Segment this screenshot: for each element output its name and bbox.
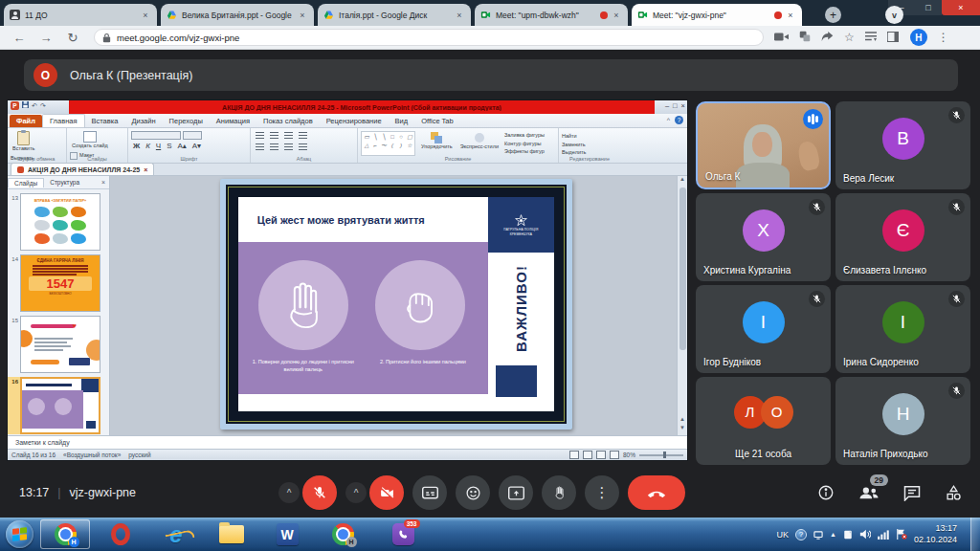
underline-icon[interactable]: Ч <box>156 142 161 150</box>
browser-menu-icon[interactable]: ⋮ <box>938 31 949 44</box>
shrink-font-icon[interactable]: А▾ <box>192 142 201 150</box>
ppt-tab-view[interactable]: Вид <box>389 115 415 127</box>
taskbar-chrome-secondary[interactable]: H <box>318 519 368 549</box>
participant-tile-vera[interactable]: В Вера Лесик <box>835 101 970 189</box>
bookmark-star-icon[interactable]: ☆ <box>844 31 855 44</box>
zoom-slider[interactable] <box>639 454 683 456</box>
slide-thumbnail-15[interactable]: 15 ♥ <box>8 316 109 373</box>
align-center-icon[interactable] <box>270 143 278 151</box>
participant-tile-khrystyna[interactable]: Х Христина Кургаліна <box>696 193 831 281</box>
ppt-tab-file[interactable]: Файл <box>10 115 42 127</box>
show-desktop-button[interactable] <box>970 518 980 551</box>
chat-button[interactable] <box>903 485 921 501</box>
ppt-maximize-button[interactable]: □ <box>673 101 678 110</box>
captions-button[interactable] <box>412 475 447 510</box>
panel-close-icon[interactable]: × <box>101 179 105 186</box>
forward-button[interactable]: → <box>38 31 54 45</box>
ppt-tab-home[interactable]: Главная <box>42 114 85 127</box>
tray-clipboard-icon[interactable] <box>843 526 853 543</box>
tray-device-icon[interactable] <box>813 526 823 543</box>
view-reading-icon[interactable] <box>596 451 606 459</box>
camera-options-chevron[interactable]: ^ <box>345 482 367 503</box>
network-signal-icon[interactable] <box>878 526 889 543</box>
line-spacing-icon[interactable] <box>299 132 307 140</box>
view-sorter-icon[interactable] <box>583 451 592 459</box>
more-options-button[interactable]: ⋮ <box>585 475 619 510</box>
raise-hand-button[interactable] <box>542 475 576 510</box>
taskbar-clock[interactable]: 13:17 02.10.2024 <box>914 523 957 545</box>
notes-pane[interactable]: Заметки к слайду <box>8 435 687 449</box>
tab-close-icon[interactable]: × <box>454 10 465 21</box>
indent-icon[interactable] <box>284 132 293 140</box>
mic-options-chevron[interactable]: ^ <box>278 482 300 503</box>
tab-close-icon[interactable]: × <box>297 10 308 21</box>
view-slideshow-icon[interactable] <box>610 451 619 459</box>
tab-presentation-britain[interactable]: Велика Британія.ppt - Google × <box>161 4 314 26</box>
shared-powerpoint-window[interactable]: P ↶ ↷ АКЦІЯ ДО ДНЯ НЕНАСИЛЛЯ 24-25 - Mic… <box>8 100 687 460</box>
ribbon-collapse-icon[interactable]: ^ <box>667 117 670 123</box>
ppt-tab-animations[interactable]: Анимация <box>210 115 256 127</box>
participant-tile-iryna[interactable]: І Ірина Сидоренко <box>835 285 970 373</box>
ppt-close-button[interactable]: × <box>681 101 685 110</box>
ppt-tab-slideshow[interactable]: Показ слайдов <box>256 115 320 127</box>
taskbar-file-explorer[interactable] <box>207 519 256 549</box>
grow-font-icon[interactable]: А▴ <box>177 142 186 150</box>
participant-tile-natalia[interactable]: Н Наталія Приходько <box>835 377 970 465</box>
document-tab[interactable]: АКЦІЯ ДО ДНЯ НЕНАСИЛЛЯ 24-25 × <box>11 163 154 175</box>
participants-button[interactable]: 29 <box>858 485 880 500</box>
taskbar-chrome-active[interactable]: H <box>40 519 90 549</box>
action-center-flag-icon[interactable] <box>896 526 907 543</box>
current-slide[interactable]: Цей жест може врятувати життя ПАТРУЛЬНА … <box>220 179 572 430</box>
slide-thumbnail-16-selected[interactable]: 16 <box>8 377 109 434</box>
replace-button[interactable]: Заменить <box>562 142 586 147</box>
font-size-box[interactable] <box>183 131 202 140</box>
slide-thumbnail-13[interactable]: 13 ВПРАВА «ЗІМ'ЯТИЙ ПАПІР» <box>8 193 109 251</box>
tray-expand-icon[interactable]: ▲ <box>830 531 836 538</box>
camera-allowed-icon[interactable] <box>774 29 789 46</box>
help-icon[interactable]: ? <box>675 116 683 124</box>
shadow-icon[interactable]: S <box>167 142 171 150</box>
participant-tile-olga[interactable]: Ольга К <box>696 101 831 189</box>
tab-meet-other[interactable]: Meet: "upm-dbwk-wzh" × <box>475 4 628 26</box>
tab-meet-current[interactable]: Meet: "vjz-gwxi-pne" × <box>632 4 802 26</box>
participant-tile-overflow[interactable]: Л О Ще 21 особа <box>696 377 831 465</box>
ppt-tab-officetab[interactable]: Office Tab <box>414 115 460 127</box>
paste-button[interactable]: Вставить <box>12 131 34 151</box>
maximize-button[interactable]: □ <box>915 0 942 15</box>
ppt-tab-review[interactable]: Рецензирование <box>320 115 389 127</box>
tab-close-icon[interactable]: × <box>611 10 622 21</box>
shape-effects-button[interactable]: Эффекты фигур <box>504 148 545 154</box>
taskbar-internet-explorer[interactable]: e <box>151 519 201 549</box>
taskbar-viber[interactable]: 353 <box>378 519 428 549</box>
back-button[interactable]: ← <box>11 31 27 45</box>
address-bar[interactable]: meet.google.com/vjz-gwxi-pne <box>94 29 764 46</box>
present-screen-button[interactable] <box>499 475 533 510</box>
scroll-up-icon[interactable]: ▲ <box>679 176 685 182</box>
italic-icon[interactable]: К <box>145 142 150 150</box>
taskbar-opera[interactable] <box>96 519 145 549</box>
share-icon[interactable] <box>821 29 834 46</box>
participant-tile-ihor[interactable]: І Ігор Будніков <box>696 285 831 373</box>
justify-icon[interactable] <box>299 143 307 151</box>
shapes-gallery[interactable]: ▭╲╲□○▢ △⌐〜()☆ <box>361 131 415 156</box>
new-slide-button[interactable]: Создать слайд <box>72 131 108 148</box>
quick-styles-button[interactable]: Экспресс-стили <box>460 132 499 155</box>
document-tab-close-icon[interactable]: × <box>144 166 147 173</box>
mic-muted-button[interactable] <box>302 475 337 510</box>
ppt-quick-access-toolbar[interactable]: P ↶ ↷ <box>11 101 46 110</box>
tab-close-icon[interactable]: × <box>140 10 151 21</box>
language-indicator[interactable]: UK <box>777 530 790 540</box>
tab-presentation-italy[interactable]: Італія.ppt - Google Диск × <box>318 4 471 26</box>
meeting-details-button[interactable] <box>817 484 835 501</box>
camera-off-button[interactable] <box>369 475 404 510</box>
tab-slides[interactable]: Слайды <box>8 178 44 187</box>
slide-scrollbar[interactable]: ▲ ▲▼ <box>677 176 687 435</box>
ppt-tab-design[interactable]: Дизайн <box>124 115 162 127</box>
tab-outline[interactable]: Структура <box>44 178 85 187</box>
start-button[interactable] <box>6 520 33 548</box>
scroll-thumb[interactable] <box>679 187 686 350</box>
select-button[interactable]: Выделить <box>562 149 586 155</box>
translate-icon[interactable] <box>799 29 811 46</box>
slide-thumbnail-14[interactable]: 14 ЄДИНА ГАРЯЧА ЛІНІЯ 1547 БЕЗКОШТОВНО <box>8 254 109 312</box>
numbering-icon[interactable] <box>270 132 278 140</box>
